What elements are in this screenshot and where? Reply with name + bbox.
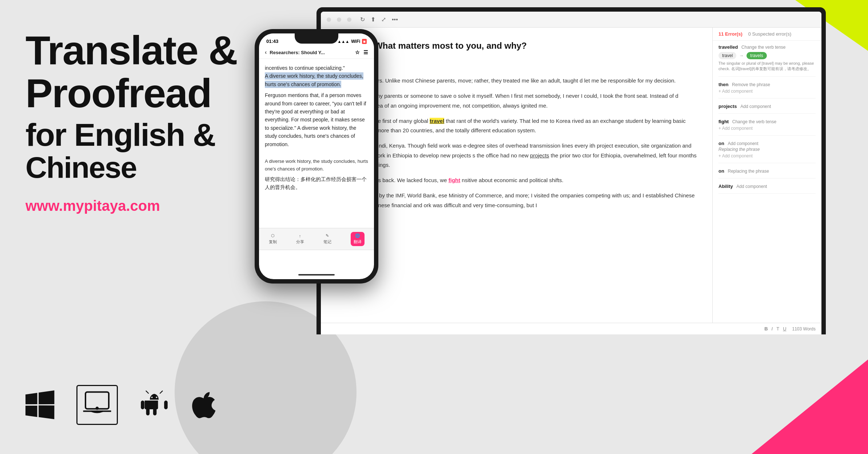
copy-button[interactable]: ⬡ 复制 <box>269 233 277 245</box>
suggestion-action-fight: Change the verb tense <box>732 119 776 124</box>
platform-icons <box>25 385 220 425</box>
phone-time: 01:43 <box>266 39 278 44</box>
website-url[interactable]: www.mypitaya.com <box>25 198 251 214</box>
word-count: 1103 Words <box>792 326 816 332</box>
doc-title: Essay A: What matters most to you, and w… <box>335 39 698 53</box>
translate-icon: 🌐 <box>355 233 360 238</box>
share-label: 分享 <box>296 239 304 245</box>
translated-english: A diverse work history, the study conclu… <box>265 158 368 173</box>
suggestion-fight: fight Change the verb tense + Add compon… <box>718 119 816 136</box>
apple-icon-container <box>191 390 220 419</box>
suggestion-action-on2: Replacing the phrase <box>728 169 769 174</box>
left-section: Translate & Proofread for English & Chin… <box>25 29 251 214</box>
share-icon: ↑ <box>299 234 301 238</box>
phone-para1: incentives to continue specializing." <box>265 64 368 72</box>
suggestion-action-ability: Add component <box>736 184 767 189</box>
main-title-line4: Chinese <box>25 152 251 183</box>
bookmark-icon[interactable]: ☆ <box>355 49 360 55</box>
phone-selection-toolbar: ⬡ 复制 ↑ 分享 ✎ 笔记 🌐 翻译 <box>259 228 374 250</box>
menu-icon[interactable]: ☰ <box>363 49 368 55</box>
format-icon-t[interactable]: T <box>776 326 779 332</box>
windows-icon-container <box>25 390 55 419</box>
phone-home-indicator <box>298 274 335 276</box>
suggestion-word-on2: on <box>718 168 724 174</box>
add-component-then[interactable]: + Add component <box>718 89 816 94</box>
svg-rect-0 <box>85 392 109 409</box>
desktop-mockup: ↻ ⬆ ⤢ ••• Essay A: What matters most to … <box>316 7 826 334</box>
suggestion-word-travelled: travelled <box>718 44 738 50</box>
replacing-phrase-1: Replacing the phrase <box>718 147 816 152</box>
share-button[interactable]: ↑ 分享 <box>296 234 304 245</box>
phone-mockup: 01:43 ▲▲▲ WiFi ■ ‹ Researchers: Should Y… <box>255 29 378 284</box>
toolbar-dot-2 <box>337 17 341 22</box>
main-title-line2: Proofread <box>25 72 251 115</box>
add-component-fight[interactable]: + Add component <box>718 126 816 131</box>
chip-travels[interactable]: travels <box>746 52 767 59</box>
suggestion-action-travelled: Change the verb tense <box>741 45 785 50</box>
copy-icon: ⬡ <box>271 233 275 238</box>
travel-highlight: travel <box>430 118 444 124</box>
translate-button[interactable]: 🌐 翻译 <box>351 232 365 246</box>
add-component-on[interactable]: + Add component <box>718 153 816 158</box>
suggestion-note-travelled: The singular or plural of [travel] may b… <box>718 61 816 72</box>
right-panel-suggestions: travelled Change the verb tense travel →… <box>713 41 821 323</box>
toolbar-share-icon[interactable]: ⬆ <box>371 16 375 23</box>
mac-icon <box>83 390 112 419</box>
translate-label: 翻译 <box>354 239 362 245</box>
main-title-line1: Translate & <box>25 29 251 72</box>
phone-app-header: ‹ Researchers: Should Y... ☆ ☰ <box>259 46 374 59</box>
doc-main-area[interactable]: Essay A: What matters most to you, and w… <box>321 28 712 323</box>
suggestion-word-ability: Ability <box>718 184 733 189</box>
chip-travel[interactable]: travel <box>718 52 736 59</box>
android-icon-container <box>140 390 169 419</box>
toolbar-refresh-icon[interactable]: ↻ <box>360 16 365 23</box>
highlighted-passage: A diverse work history, the study conclu… <box>265 72 363 88</box>
projects-underline: projects <box>530 152 549 158</box>
format-icon-i[interactable]: I <box>772 326 773 332</box>
suggestion-ability: Ability Add component <box>718 184 816 194</box>
error-count: 11 Error(s) <box>718 31 742 37</box>
suggestion-travelled: travelled Change the verb tense travel →… <box>718 44 816 77</box>
svg-point-4 <box>156 397 157 398</box>
apple-icon <box>191 390 220 419</box>
phone-para2: Ferguson mentions that, if a person move… <box>265 91 368 148</box>
svg-point-2 <box>96 407 98 409</box>
translated-chinese: 研究得出结论：多样化的工作经历会损害一个人的晋升机会。 <box>265 175 368 192</box>
phone-doc-content: incentives to continue specializing." A … <box>259 59 374 153</box>
suggestion-on-replacing: on Replacing the phrase <box>718 168 816 178</box>
doc-bottom-bar: B I T U 1103 Words <box>321 323 821 334</box>
android-icon <box>140 390 169 419</box>
arrow-icon: → <box>739 53 744 58</box>
suggestion-then: then Remove the phrase + Add component <box>718 82 816 99</box>
back-icon[interactable]: ‹ <box>265 49 267 56</box>
phone-screen: 01:43 ▲▲▲ WiFi ■ ‹ Researchers: Should Y… <box>259 33 374 279</box>
desktop-content-area: Essay A: What matters most to you, and w… <box>321 28 821 323</box>
right-panel-header: 11 Error(s) 0 Suspected error(s) <box>713 28 821 41</box>
format-icon-underline[interactable]: U <box>783 326 786 332</box>
phone-translated-section: A diverse work history, the study conclu… <box>259 153 374 196</box>
phone-notch <box>295 33 338 44</box>
phone-highlighted-text: A diverse work history, the study conclu… <box>265 72 368 88</box>
suggestion-action-on: Add component <box>728 141 758 146</box>
battery-icon: ■ <box>362 39 367 44</box>
wifi-icon: WiFi <box>351 39 360 44</box>
suggestion-action-projects: Add component <box>740 104 771 109</box>
suggestion-on: on Add component Replacing the phrase + … <box>718 141 816 163</box>
doc-text-content: most to me. demanding careers. Unlike mo… <box>335 61 698 210</box>
toolbar-dot-3 <box>347 17 351 22</box>
suspected-count: 0 Suspected error(s) <box>748 31 792 37</box>
note-button[interactable]: ✎ 笔记 <box>323 233 331 245</box>
desktop-toolbar: ↻ ⬆ ⤢ ••• <box>321 12 821 28</box>
toolbar-dot-1 <box>327 17 331 22</box>
format-icon-b[interactable]: B <box>764 326 768 332</box>
pink-triangle-decoration <box>752 359 868 454</box>
toolbar-more-icon[interactable]: ••• <box>392 16 398 23</box>
fight-highlight: fight <box>449 177 460 183</box>
suggestion-word-then: then <box>718 82 728 87</box>
signal-icon: ▲▲▲ <box>337 39 349 44</box>
toolbar-expand-icon[interactable]: ⤢ <box>381 16 386 23</box>
windows-icon <box>25 390 55 419</box>
suggestion-word-fight: fight <box>718 119 729 124</box>
note-label: 笔记 <box>323 239 331 245</box>
main-title-line3: for English & <box>25 118 251 152</box>
